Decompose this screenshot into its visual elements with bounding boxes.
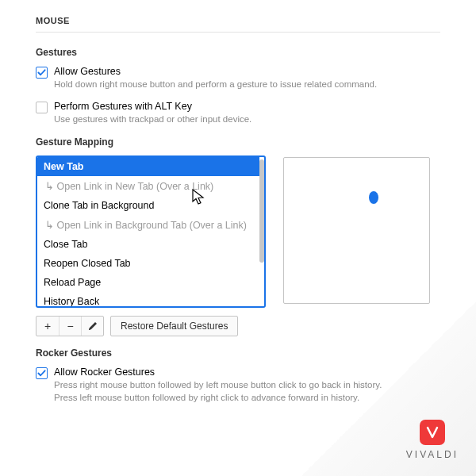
restore-default-gestures-button[interactable]: Restore Default Gestures xyxy=(110,316,238,336)
alt-gestures-checkbox[interactable] xyxy=(36,102,48,113)
scrollbar-thumb[interactable] xyxy=(259,159,264,263)
allow-gestures-label: Allow Gestures xyxy=(54,66,440,77)
brand-logo: VIVALDI xyxy=(406,420,459,460)
allow-rocker-row[interactable]: Allow Rocker Gestures Press right mouse … xyxy=(36,367,440,404)
allow-gestures-desc: Hold down right mouse button and perform… xyxy=(54,79,387,91)
add-gesture-button[interactable]: + xyxy=(36,317,59,336)
mapping-toolbar: + − xyxy=(36,316,104,336)
allow-rocker-checkbox[interactable] xyxy=(36,367,48,379)
mapping-item[interactable]: Reopen Closed Tab xyxy=(37,254,259,273)
vivaldi-icon xyxy=(420,420,445,445)
gesture-mapping-title: Gesture Mapping xyxy=(36,136,440,148)
mapping-item[interactable]: Clone Tab in Background xyxy=(37,196,259,215)
gestures-title: Gestures xyxy=(36,47,440,58)
pencil-icon xyxy=(87,321,98,332)
plus-icon: + xyxy=(44,320,51,332)
minus-icon: − xyxy=(67,320,73,332)
allow-gestures-checkbox[interactable] xyxy=(36,67,48,79)
mapping-item[interactable]: History Back xyxy=(37,292,259,306)
remove-gesture-button[interactable]: − xyxy=(59,317,81,336)
gesture-preview xyxy=(283,157,430,304)
gesture-dot xyxy=(369,191,378,204)
mapping-item[interactable]: ↳ Open Link in New Tab (Over a Link) xyxy=(37,176,259,196)
scrollbar[interactable] xyxy=(259,159,264,304)
allow-rocker-label: Allow Rocker Gestures xyxy=(54,367,440,378)
mapping-item[interactable]: New Tab xyxy=(37,157,259,176)
allow-rocker-desc: Press right mouse button followed by lef… xyxy=(54,379,387,404)
alt-gestures-desc: Use gestures with trackpad or other inpu… xyxy=(54,113,387,126)
mapping-item[interactable]: ↳ Open Link in Background Tab (Over a Li… xyxy=(37,215,259,235)
allow-gestures-row[interactable]: Allow Gestures Hold down right mouse but… xyxy=(36,66,440,91)
rocker-gestures-title: Rocker Gestures xyxy=(36,347,440,359)
edit-gesture-button[interactable] xyxy=(81,317,103,336)
section-title: MOUSE xyxy=(36,16,440,33)
check-icon xyxy=(37,369,46,378)
gesture-mapping-list[interactable]: New Tab↳ Open Link in New Tab (Over a Li… xyxy=(36,155,266,308)
brand-name: VIVALDI xyxy=(406,449,459,460)
mapping-item[interactable]: Reload Page xyxy=(37,273,259,292)
mapping-item[interactable]: Close Tab xyxy=(37,235,259,254)
check-icon xyxy=(37,68,46,77)
alt-gestures-label: Perform Gestures with ALT Key xyxy=(54,101,440,112)
alt-gestures-row[interactable]: Perform Gestures with ALT Key Use gestur… xyxy=(36,101,440,126)
